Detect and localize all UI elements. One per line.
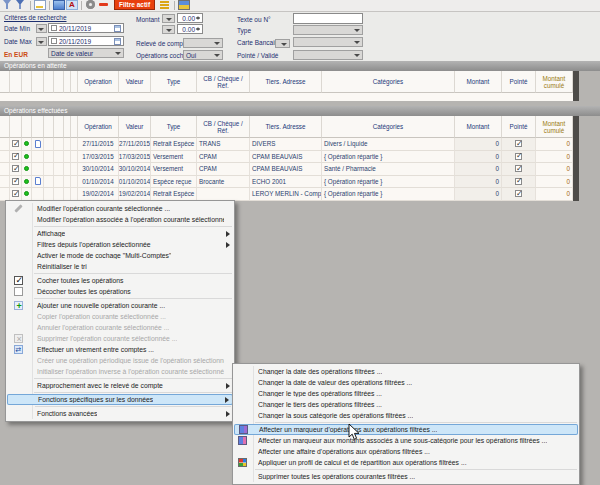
- pointe-checkbox[interactable]: [515, 140, 522, 147]
- row-checkbox[interactable]: [12, 165, 19, 172]
- pointe-checkbox[interactable]: [515, 190, 522, 197]
- table-row[interactable]: 17/03/2015 17/03/2015 Versement CPAM CPA…: [0, 151, 573, 164]
- col-montant[interactable]: Montant: [455, 71, 502, 93]
- montant2-spinner[interactable]: 0.00: [177, 24, 203, 34]
- context-menu-item[interactable]: Fonctions spécifiques sur les données: [7, 394, 233, 405]
- sep[interactable]: [81, 1, 82, 10]
- submenu-item[interactable]: Affecter un marqueur aux montants associ…: [233, 435, 579, 446]
- row-checkbox[interactable]: [12, 178, 19, 185]
- col-tiers[interactable]: Tiers. Adresse: [250, 116, 322, 138]
- highlight-icon[interactable]: [53, 0, 65, 10]
- col-ref[interactable]: CB / Chèque / Réf.: [197, 116, 250, 138]
- row-checkbox[interactable]: [12, 140, 19, 147]
- font-a-icon[interactable]: [66, 0, 78, 10]
- context-menu-item[interactable]: Fonctions avancées: [6, 408, 234, 419]
- submenu-item[interactable]: Changer la date de valeur des opérations…: [233, 377, 579, 388]
- context-menu-item[interactable]: Réinitialiser le tri: [6, 261, 234, 272]
- pointe-checkbox[interactable]: [515, 165, 522, 172]
- submenu-item[interactable]: Changer le tiers des opérations filtrées…: [233, 399, 579, 410]
- date-max-field[interactable]: 20/11/2019: [48, 36, 124, 46]
- funnel-alt-icon[interactable]: [15, 0, 27, 10]
- operations-table-scrollbar[interactable]: [573, 116, 579, 201]
- context-menu-item[interactable]: Créer une opération périodique issue de …: [6, 355, 234, 366]
- context-menu-item[interactable]: Initialiser l'opération inverse à l'opér…: [6, 366, 234, 377]
- carte-operator-combo[interactable]: [275, 39, 290, 48]
- col-type[interactable]: Type: [151, 71, 197, 93]
- col-categories[interactable]: Catégories: [322, 116, 455, 138]
- montant2-operator-combo[interactable]: [162, 25, 175, 34]
- submenu-item[interactable]: Affecter une affaire d'opérations aux op…: [233, 446, 579, 457]
- cochees-combo[interactable]: Oui: [183, 50, 223, 60]
- col-operation[interactable]: Opération: [78, 116, 119, 138]
- context-menu-item[interactable]: Rapprochement avec le relevé de compte: [6, 380, 234, 391]
- date-max-checkbox[interactable]: [51, 38, 57, 44]
- type-combo[interactable]: [293, 25, 363, 35]
- row-checkbox[interactable]: [12, 153, 19, 160]
- row-checkbox[interactable]: [12, 190, 19, 197]
- submenu-item[interactable]: Supprimer toutes les opérations courante…: [233, 471, 579, 482]
- table-row[interactable]: 19/02/2014 19/02/2014 Retrait Espèce LER…: [0, 188, 573, 201]
- table-row[interactable]: 01/10/2014 01/10/2014 Espèce reçue Broca…: [0, 176, 573, 189]
- col-ref[interactable]: CB / Chèque / Réf.: [197, 71, 250, 93]
- context-menu-item[interactable]: Supprimer l'opération courante sélection…: [6, 333, 234, 344]
- coins-icon[interactable]: [159, 0, 171, 10]
- menu-item-label: Initialiser l'opération inverse à l'opér…: [37, 368, 224, 375]
- releve-combo[interactable]: [183, 38, 223, 48]
- form-icon[interactable]: [34, 0, 46, 10]
- submenu-item[interactable]: Changer la sous catégorie des opérations…: [233, 410, 579, 421]
- col-operation[interactable]: Opération: [78, 71, 119, 93]
- table-row[interactable]: 27/11/2015 27/11/2015 Retrait Espèce TRA…: [0, 138, 573, 151]
- sep[interactable]: [174, 1, 175, 10]
- sep[interactable]: [30, 1, 31, 10]
- date-min-operator-combo[interactable]: [36, 24, 47, 33]
- col-montant[interactable]: Montant: [455, 116, 502, 138]
- gear-icon[interactable]: [85, 0, 97, 10]
- date-min-field[interactable]: 20/11/2019: [48, 23, 124, 33]
- context-menu-item[interactable]: Décocher toutes les opérations: [6, 286, 234, 297]
- date-max-operator-combo[interactable]: [36, 37, 47, 46]
- submenu-item[interactable]: Appliquer un profil de calcul et de répa…: [233, 457, 579, 468]
- context-menu-item[interactable]: Effectuer un virement entre comptes ...: [6, 344, 234, 355]
- col-pointe[interactable]: Pointé: [502, 116, 536, 138]
- col-pointe[interactable]: Pointé: [502, 71, 536, 93]
- montant-operator-combo[interactable]: [162, 14, 175, 23]
- col-montant-cumule[interactable]: Montantcumulé: [536, 71, 573, 93]
- pointe-combo[interactable]: [293, 50, 363, 60]
- date-type-combo[interactable]: Date de valeur: [48, 48, 124, 58]
- texte-input[interactable]: [293, 13, 363, 24]
- sep[interactable]: [49, 1, 50, 10]
- col-categories[interactable]: Catégories: [322, 71, 455, 93]
- funnel-icon[interactable]: [2, 0, 14, 10]
- calendar-icon[interactable]: [114, 25, 121, 32]
- col-type[interactable]: Type: [151, 116, 197, 138]
- col-valeur[interactable]: Valeur: [119, 116, 151, 138]
- montant-spinner[interactable]: 0.00: [177, 13, 203, 23]
- pointe-checkbox[interactable]: [515, 178, 522, 185]
- context-menu-item[interactable]: Annuler l'opération courante sélectionné…: [6, 322, 234, 333]
- filter-active-button[interactable]: Filtre actif: [114, 0, 155, 10]
- cell-categorie: { Opération répartie }: [322, 188, 455, 201]
- submenu-item[interactable]: Changer la date des opérations filtrées …: [233, 366, 579, 377]
- col-tiers[interactable]: Tiers. Adresse: [250, 71, 322, 93]
- submenu-item[interactable]: Changer le type des opérations filtrées …: [233, 388, 579, 399]
- pointe-checkbox[interactable]: [515, 153, 522, 160]
- submenu-item[interactable]: Affecter un marqueur d'opérations aux op…: [234, 424, 578, 435]
- carte-combo[interactable]: [293, 37, 363, 47]
- minus-icon[interactable]: [98, 0, 110, 10]
- date-min-checkbox[interactable]: [51, 25, 57, 31]
- context-menu-item[interactable]: Modifier l'opération courante sélectionn…: [6, 203, 234, 214]
- grid-icon[interactable]: [178, 0, 190, 10]
- context-menu-item[interactable]: Cocher toutes les opérations: [6, 275, 234, 286]
- context-menu-item[interactable]: Modifier l'opération associée à l'opérat…: [6, 214, 234, 225]
- context-menu-item[interactable]: Copier l'opération courante sélectionnée…: [6, 311, 234, 322]
- pending-table-scrollbar[interactable]: [573, 71, 579, 101]
- context-menu-item[interactable]: Filtres depuis l'opération sélectionnée: [6, 239, 234, 250]
- table-row[interactable]: 30/10/2014 30/10/2014 Versement CPAM CPA…: [0, 163, 573, 176]
- context-menu-item[interactable]: Ajouter une nouvelle opération courante …: [6, 300, 234, 311]
- col-valeur[interactable]: Valeur: [119, 71, 151, 93]
- submenu-arrow-icon: [226, 242, 230, 248]
- context-menu-item[interactable]: Affichage: [6, 228, 234, 239]
- context-menu-item[interactable]: Activer le mode de cochage "Multi-Compte…: [6, 250, 234, 261]
- col-montant-cumule[interactable]: Montantcumulé: [536, 116, 573, 138]
- calendar-icon[interactable]: [114, 38, 121, 45]
